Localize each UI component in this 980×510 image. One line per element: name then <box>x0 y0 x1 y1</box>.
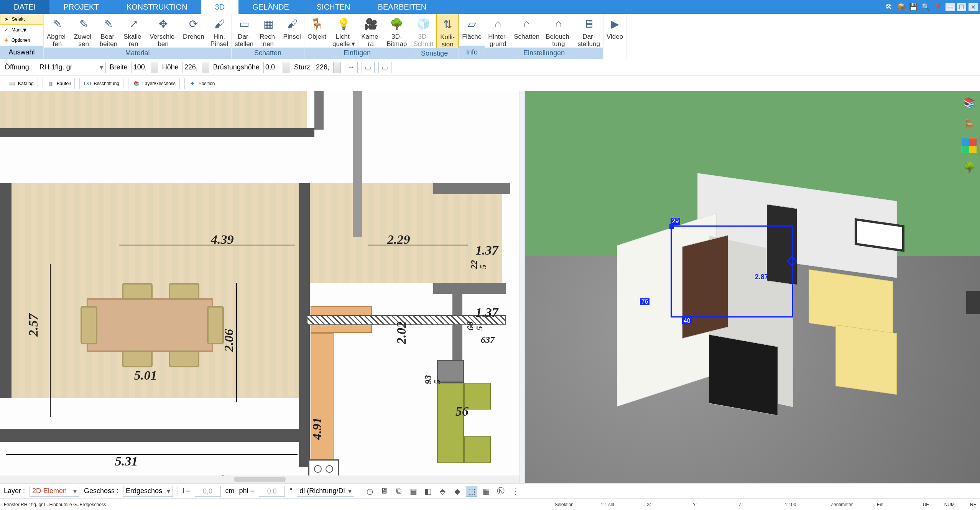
hin-pinsel-button[interactable]: 🖌Hin. Pinsel <box>207 14 231 48</box>
zuweisen-button[interactable]: ✎Zuwei- sen <box>71 14 97 48</box>
view-mode-3-button[interactable]: ▦ <box>408 486 419 497</box>
tab-gelaende[interactable]: GELÄNDE <box>238 0 303 14</box>
dl-combo[interactable]: dl (Richtung/Di <box>297 486 354 497</box>
bauteil-button[interactable]: ▦Bauteil <box>43 78 75 89</box>
tab-sichten[interactable]: SICHTEN <box>303 0 364 14</box>
bearbeiten-button[interactable]: ✎Bear- beiten <box>97 14 120 48</box>
oeffnung-combo[interactable]: RH 1flg. gr <box>37 62 106 73</box>
view-mode-0-button[interactable]: ◷ <box>364 486 375 497</box>
maximize-button[interactable]: ☐ <box>957 3 966 11</box>
view-mode-6-button[interactable]: ◆ <box>451 486 463 497</box>
color-palette-icon[interactable] <box>962 138 977 153</box>
package-icon[interactable]: 📦 <box>896 2 906 12</box>
flaeche-button[interactable]: ▱Fläche <box>459 14 485 46</box>
search-icon[interactable]: 🔍 <box>920 2 931 12</box>
view-mode-2-button[interactable]: ⧉ <box>393 486 404 497</box>
group-info: ▱FlächeInfo <box>459 14 485 59</box>
skalieren-button[interactable]: ⤢Skalie- ren <box>120 14 146 48</box>
l-input[interactable]: 0,0 <box>195 486 221 497</box>
view-mode-8-button[interactable]: ▦ <box>480 486 492 497</box>
view-mode-10-button[interactable]: ⋮ <box>510 486 521 497</box>
view-splitter[interactable] <box>520 91 525 483</box>
viewport-3d[interactable]: 29 76 2.87 40 📚 🪑 🌳 <box>525 91 980 483</box>
darstellen-button[interactable]: ▭Dar- stellen <box>232 14 257 48</box>
video-button[interactable]: ▶Video <box>603 14 626 46</box>
layer-geschoss-button[interactable]: 📚Layer/Geschoss <box>128 78 180 89</box>
view-mode-4-button[interactable]: ◧ <box>422 486 434 497</box>
hintergrund-button[interactable]: ⌂Hinter- grund <box>485 14 511 48</box>
tree-icon[interactable]: 🌳 <box>962 160 977 175</box>
position-button[interactable]: ✥Position <box>184 78 219 89</box>
rechnen-button[interactable]: ▦Rech- nen <box>257 14 280 48</box>
scrollbar-2d[interactable] <box>0 475 520 483</box>
tab-3d[interactable]: 3D <box>201 0 239 14</box>
darstellung-button[interactable]: 🖥Dar- stellung <box>574 14 603 48</box>
optionen-button[interactable]: ✚Optionen <box>0 35 43 46</box>
tab-konstruktion[interactable]: KONSTRUKTION <box>113 0 201 14</box>
help-icon[interactable]: ❓ <box>932 2 943 12</box>
transform-gizmo[interactable] <box>671 225 793 318</box>
sturz-label: Sturz <box>294 63 310 71</box>
menu-tabs: DATEI PROJEKT KONSTRUKTION 3D GELÄNDE SI… <box>0 0 980 14</box>
katalog-icon: 📖 <box>8 80 16 87</box>
kamera-button[interactable]: 🎥Kame- ra <box>358 14 383 48</box>
dim-2-02: 2.02 <box>395 321 408 344</box>
viewport-2d[interactable]: 4.39 2.29 1.37 1.37 5.01 5.31 56 3.31 2.… <box>0 91 520 483</box>
hoehe-input[interactable]: 226, <box>183 62 209 73</box>
layer-combo[interactable]: 2D-Elemen <box>30 486 79 497</box>
flip-h-button[interactable]: ↔ <box>345 62 358 73</box>
tab-projekt[interactable]: PROJEKT <box>49 0 112 14</box>
geschoss-combo[interactable]: Erdgeschos <box>123 486 173 497</box>
kollision-button[interactable]: ⇅Kolli- sion <box>436 14 459 48</box>
schatten-e-button[interactable]: ⌂Schatten <box>511 14 543 48</box>
tab-datei[interactable]: DATEI <box>0 0 49 14</box>
3d-bitmap-button[interactable]: 🌳3D- Bitmap <box>383 14 410 48</box>
kamera-icon: 🎥 <box>363 16 378 31</box>
video-icon: ▶ <box>607 16 623 31</box>
beleuchtung-icon: ⌂ <box>551 16 566 31</box>
caption-schatten: Schatten <box>232 48 304 59</box>
auswahl-caption: Auswahl <box>0 46 43 59</box>
drawer-handle[interactable] <box>966 291 980 314</box>
objekt-button[interactable]: 🪑Objekt <box>304 14 329 48</box>
breite-input[interactable]: 100, <box>132 62 158 73</box>
minimize-button[interactable]: — <box>945 3 955 11</box>
save-icon[interactable]: 💾 <box>908 2 919 12</box>
dim-56: 56 <box>455 405 469 418</box>
layers-icon[interactable]: 📚 <box>962 95 977 110</box>
view-mode-9-button[interactable]: Ⓝ <box>495 486 506 497</box>
caption-video <box>603 46 626 59</box>
abgreifen-icon: ✎ <box>49 16 65 31</box>
ribbon: ➤Selekt ✔Mark. ▾ ✚Optionen Auswahl ✎Abgr… <box>0 14 980 59</box>
oeffnung-label: Öffnung : <box>5 63 33 71</box>
pinsel-sch-button[interactable]: 🖌Pinsel <box>280 14 304 48</box>
outline2-button[interactable]: ▭ <box>378 62 391 73</box>
mark-button[interactable]: ✔Mark. ▾ <box>0 25 43 35</box>
view-mode-5-button[interactable]: ⬘ <box>437 486 448 497</box>
sturz-input[interactable]: 226, <box>314 62 341 73</box>
view-mode-7-button[interactable]: ⬚ <box>466 486 477 497</box>
bruestung-input[interactable]: 0,0 <box>263 62 290 73</box>
close-button[interactable]: ✕ <box>968 3 978 11</box>
drehen-button[interactable]: ⟳Drehen <box>180 14 207 48</box>
katalog-button[interactable]: 📖Katalog <box>4 78 38 89</box>
lichtquelle-button[interactable]: 💡Licht- quelle ▾ <box>329 14 358 48</box>
group-sonstige: 🧊3D- Schnitt⇅Kolli- sionSonstige <box>410 14 459 59</box>
beschriftung-button[interactable]: TXTBeschriftung <box>79 78 123 89</box>
tab-bearbeiten[interactable]: BEARBEITEN <box>364 0 441 14</box>
selekt-button[interactable]: ➤Selekt <box>0 14 43 25</box>
hintergrund-label: Hinter- grund <box>488 33 508 48</box>
tool-icon[interactable]: 🛠 <box>883 2 894 12</box>
view-mode-1-button[interactable]: 🖥 <box>378 486 390 497</box>
plus-icon: ✚ <box>2 36 10 44</box>
verschieben-button[interactable]: ✥Verschie- ben <box>146 14 180 48</box>
beleuchtung-button[interactable]: ⌂Beleuch- tung <box>543 14 574 48</box>
phi-input[interactable]: 0,0 <box>259 486 285 497</box>
mark-label: Mark. <box>12 27 23 33</box>
outline-button[interactable]: ▭ <box>362 62 375 73</box>
abgreifen-button[interactable]: ✎Abgrei- fen <box>44 14 71 48</box>
cursor-icon: ➤ <box>3 15 10 23</box>
kollision-label: Kolli- sion <box>440 33 455 48</box>
dim-1-37: 1.37 <box>475 244 498 257</box>
furniture-icon[interactable]: 🪑 <box>962 117 977 132</box>
